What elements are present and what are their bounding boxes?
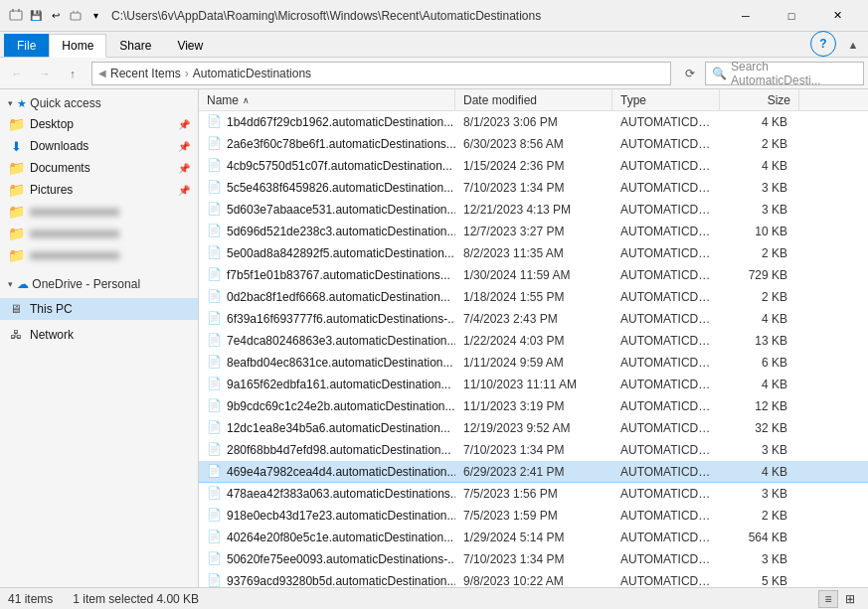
- sidebar-item-thispc[interactable]: 🖥 This PC: [0, 298, 198, 320]
- tab-share[interactable]: Share: [106, 34, 164, 57]
- forward-button[interactable]: →: [32, 62, 58, 85]
- table-row[interactable]: 📄 4cb9c5750d51c07f.automaticDestination.…: [199, 155, 868, 177]
- table-row[interactable]: 📄 12dc1ea8e34b5a6.automaticDestination..…: [199, 417, 868, 439]
- file-type-cell: AUTOMATICDESTI...: [612, 356, 720, 370]
- properties-tb-icon[interactable]: [68, 8, 84, 24]
- file-doc-icon: 📄: [207, 508, 223, 524]
- ribbon-collapse-btn[interactable]: ▲: [840, 33, 866, 57]
- file-name-cell: 📄 280f68bb4d7efd98.automaticDestination.…: [199, 442, 455, 458]
- file-date-cell: 12/21/2023 4:13 PM: [455, 203, 612, 217]
- file-name-cell: 📄 478aea42f383a063.automaticDestinations…: [199, 486, 455, 502]
- tab-home[interactable]: Home: [49, 34, 106, 58]
- ribbon-tabs: File Home Share View ? ▲: [0, 32, 868, 58]
- table-row[interactable]: 📄 50620fe75ee0093.automaticDestinations-…: [199, 548, 868, 570]
- sidebar-item-pictures[interactable]: 📁 Pictures 📌: [0, 179, 198, 201]
- pictures-folder-icon: 📁: [8, 182, 24, 198]
- file-name-text: 478aea42f383a063.automaticDestinations..…: [227, 487, 455, 501]
- undo-tb-icon[interactable]: ↩: [48, 8, 64, 24]
- file-type-cell: AUTOMATICDESTI...: [612, 181, 720, 195]
- file-name-cell: 📄 40264e20f80e5c1e.automaticDestination.…: [199, 530, 455, 545]
- table-row[interactable]: 📄 40264e20f80e5c1e.automaticDestination.…: [199, 527, 868, 548]
- file-name-text: 50620fe75ee0093.automaticDestinations-..…: [227, 552, 455, 566]
- sidebar-item-blurred2[interactable]: 📁 xxxxxxxxxxxxxxx: [0, 223, 198, 244]
- col-header-type[interactable]: Type: [612, 89, 720, 110]
- file-date-cell: 1/11/2024 9:59 AM: [455, 356, 612, 370]
- col-header-name[interactable]: Name ∧: [199, 89, 455, 110]
- file-doc-icon: 📄: [207, 136, 223, 152]
- search-placeholder: Search AutomaticDesti...: [731, 60, 857, 87]
- file-name-text: 5e00ad8a842892f5.automaticDestination...: [227, 246, 454, 260]
- table-row[interactable]: 📄 9a165f62edbfa161.automaticDestination.…: [199, 374, 868, 395]
- file-doc-icon: 📄: [207, 158, 223, 174]
- file-name-text: 2a6e3f60c78be6f1.automaticDestinations..…: [227, 137, 455, 151]
- file-name-text: 5d696d521de238c3.automaticDestination...: [227, 225, 455, 238]
- refresh-button[interactable]: ⟳: [677, 62, 703, 85]
- address-part2[interactable]: AutomaticDestinations: [193, 67, 311, 80]
- address-part1[interactable]: Recent Items: [110, 67, 181, 80]
- sidebar-item-network[interactable]: 🖧 Network: [0, 324, 198, 346]
- search-icon: 🔍: [712, 67, 727, 80]
- file-name-cell: 📄 469e4a7982cea4d4.automaticDestination.…: [199, 464, 455, 480]
- table-row[interactable]: 📄 7e4dca80246863e3.automaticDestination.…: [199, 330, 868, 352]
- table-row[interactable]: 📄 9b9cdc69c1c24e2b.automaticDestination.…: [199, 395, 868, 417]
- file-type-cell: AUTOMATICDESTI...: [612, 225, 720, 238]
- table-row[interactable]: 📄 2a6e3f60c78be6f1.automaticDestinations…: [199, 133, 868, 155]
- table-row[interactable]: 📄 478aea42f383a063.automaticDestinations…: [199, 483, 868, 505]
- sidebar-item-blurred1[interactable]: 📁 xxxxxxxxxxxxxxx: [0, 201, 198, 223]
- file-name-text: 469e4a7982cea4d4.automaticDestination...: [227, 465, 455, 479]
- title-bar: 💾 ↩ ▾ C:\Users\6v\AppData\Roaming\Micros…: [0, 0, 868, 32]
- table-row[interactable]: 📄 5c5e4638f6459826.automaticDestination.…: [199, 177, 868, 199]
- file-size-cell: 10 KB: [720, 225, 799, 238]
- sidebar-item-blurred3[interactable]: 📁 xxxxxxxxxxxxxxx: [0, 244, 198, 266]
- table-row[interactable]: 📄 918e0ecb43d17e23.automaticDestination.…: [199, 505, 868, 527]
- save-tb-icon[interactable]: 💾: [28, 8, 44, 24]
- table-row[interactable]: 📄 5d603e7abaace531.automaticDestination.…: [199, 199, 868, 221]
- file-date-cell: 1/22/2024 4:03 PM: [455, 334, 612, 348]
- col-header-date[interactable]: Date modified: [455, 89, 612, 110]
- search-bar[interactable]: 🔍 Search AutomaticDesti...: [705, 62, 864, 85]
- close-button[interactable]: ✕: [814, 0, 860, 32]
- onedrive-section[interactable]: ▾ ☁ OneDrive - Personal: [0, 274, 198, 294]
- help-button[interactable]: ?: [810, 31, 836, 57]
- table-row[interactable]: 📄 0d2bac8f1edf6668.automaticDestination.…: [199, 286, 868, 308]
- minimize-button[interactable]: ─: [723, 0, 769, 32]
- maximize-button[interactable]: □: [769, 0, 814, 32]
- sidebar-item-downloads[interactable]: ⬇ Downloads 📌: [0, 135, 198, 157]
- table-row[interactable]: 📄 f7b5f1e01b83767.automaticDestinations.…: [199, 264, 868, 286]
- address-bar[interactable]: ◀ Recent Items › AutomaticDestinations: [91, 62, 671, 85]
- col-header-size[interactable]: Size: [720, 89, 799, 110]
- table-row[interactable]: 📄 469e4a7982cea4d4.automaticDestination.…: [199, 461, 868, 483]
- sort-arrow: ∧: [243, 95, 250, 105]
- dropdown-tb-icon[interactable]: ▾: [87, 8, 103, 24]
- up-button[interactable]: ↑: [60, 62, 86, 85]
- file-name-text: 12dc1ea8e34b5a6.automaticDestination...: [227, 421, 450, 435]
- file-list: 📄 1b4dd67f29cb1962.automaticDestination.…: [199, 111, 868, 587]
- tab-file[interactable]: File: [4, 34, 49, 57]
- file-size-cell: 6 KB: [720, 356, 799, 370]
- file-size-cell: 12 KB: [720, 399, 799, 413]
- sidebar-item-documents[interactable]: 📁 Documents 📌: [0, 157, 198, 179]
- file-date-cell: 7/5/2023 1:56 PM: [455, 487, 612, 501]
- table-row[interactable]: 📄 280f68bb4d7efd98.automaticDestination.…: [199, 439, 868, 461]
- file-name-cell: 📄 f7b5f1e01b83767.automaticDestinations.…: [199, 267, 455, 283]
- view-details-btn[interactable]: ≡: [818, 590, 838, 608]
- tab-view[interactable]: View: [164, 34, 216, 57]
- file-date-cell: 11/10/2023 11:11 AM: [455, 378, 612, 391]
- back-button[interactable]: ←: [4, 62, 30, 85]
- table-row[interactable]: 📄 6f39a16f693777f6.automaticDestinations…: [199, 308, 868, 330]
- view-large-btn[interactable]: ⊞: [840, 590, 860, 608]
- quick-access-section[interactable]: ▾ ★ Quick access: [0, 93, 198, 113]
- sidebar-item-desktop[interactable]: 📁 Desktop 📌: [0, 113, 198, 135]
- table-row[interactable]: 📄 5e00ad8a842892f5.automaticDestination.…: [199, 242, 868, 264]
- table-row[interactable]: 📄 93769acd93280b5d.automaticDestination.…: [199, 570, 868, 587]
- table-row[interactable]: 📄 1b4dd67f29cb1962.automaticDestination.…: [199, 111, 868, 133]
- file-name-cell: 📄 5e00ad8a842892f5.automaticDestination.…: [199, 245, 455, 261]
- file-type-cell: AUTOMATICDESTI...: [612, 378, 720, 391]
- file-name-cell: 📄 50620fe75ee0093.automaticDestinations-…: [199, 551, 455, 567]
- file-doc-icon: 📄: [207, 202, 223, 218]
- table-row[interactable]: 📄 5d696d521de238c3.automaticDestination.…: [199, 221, 868, 242]
- sidebar-label-blurred3: xxxxxxxxxxxxxxx: [30, 248, 119, 262]
- address-separator: ›: [185, 67, 189, 80]
- table-row[interactable]: 📄 8eafbd04ec8631ce.automaticDestination.…: [199, 352, 868, 374]
- title-bar-controls: ─ □ ✕: [723, 0, 860, 32]
